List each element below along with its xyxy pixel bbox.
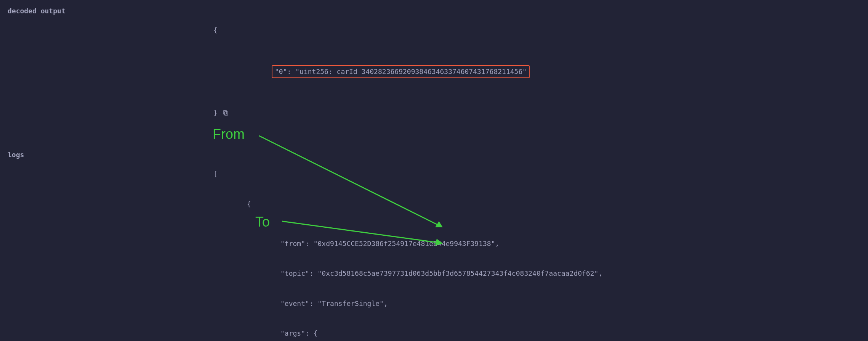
svg-marker-7 [435, 239, 443, 246]
svg-line-6 [282, 221, 438, 243]
arrow-to [0, 0, 868, 341]
